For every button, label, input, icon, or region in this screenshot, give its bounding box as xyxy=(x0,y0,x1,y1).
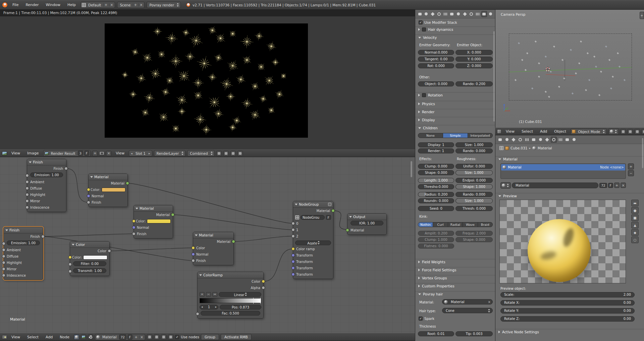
compositing-nodes-toggle[interactable] xyxy=(81,334,86,340)
use-modifier-stack-checkbox[interactable]: ✓ xyxy=(419,20,423,24)
scene-tab[interactable] xyxy=(511,137,517,143)
render-layers-tab[interactable] xyxy=(423,11,429,17)
input-socket[interactable] xyxy=(291,254,295,257)
input-socket[interactable] xyxy=(25,174,29,177)
number-field[interactable]: Freque: 2.000 xyxy=(455,231,493,236)
input-socket[interactable] xyxy=(291,222,295,225)
mode-dropdown[interactable]: Object Mode xyxy=(571,128,607,135)
preview-monkey-button[interactable]: ▲ xyxy=(631,222,639,228)
menu-view[interactable]: View xyxy=(9,334,23,340)
render-pass-dropdown[interactable]: Combined xyxy=(187,150,214,156)
node-editor-canvas[interactable]: Material FinishFinishEmission: 1.00Ambie… xyxy=(0,157,415,333)
flip-ramp-button[interactable]: ↔ xyxy=(212,292,217,297)
number-field[interactable]: Amplit: 0.200 xyxy=(418,231,454,236)
node-finish[interactable]: FinishFinishEmission: 1.00AmbientDiffuse… xyxy=(3,227,43,280)
input-socket[interactable] xyxy=(25,187,29,190)
panel-vertex-groups[interactable]: Vertex Groups xyxy=(415,275,495,281)
menu-select[interactable]: Select xyxy=(24,334,41,340)
input-socket[interactable] xyxy=(68,263,72,266)
node-header[interactable]: Material xyxy=(193,232,233,238)
scene-tab[interactable] xyxy=(430,11,435,17)
modifiers-tab[interactable] xyxy=(537,137,543,143)
shader-nodes-toggle[interactable] xyxy=(74,334,79,340)
object-data-tab[interactable] xyxy=(544,137,550,143)
output-socket[interactable] xyxy=(262,280,265,283)
number-field[interactable]: Unifor: 0.000 xyxy=(455,164,493,169)
manipulator-translate-toggle[interactable] xyxy=(628,129,633,134)
kink-mode-nothin[interactable]: Nothin xyxy=(418,222,433,227)
new-image-button[interactable]: + xyxy=(92,151,98,156)
node-material[interactable]: MaterialMaterialColorNormalFinish xyxy=(193,232,234,265)
preview-flat-button[interactable]: ▬ xyxy=(631,200,639,206)
input-socket[interactable] xyxy=(68,270,72,273)
texture-tab[interactable] xyxy=(475,11,481,17)
menu-file[interactable]: File xyxy=(10,2,21,8)
node-nodegroup[interactable]: NodeGroupMaterialNodeGrouF012AgateColor … xyxy=(293,201,333,279)
particle-properties-panel[interactable]: ✓Use Modifier StackHair dynamicsVelocity… xyxy=(415,10,495,341)
input-socket[interactable] xyxy=(291,234,295,238)
kink-mode-curl[interactable]: Curl xyxy=(433,222,448,227)
material-properties-panel[interactable]: Cube.031▸MaterialMaterialMaterialNode <n… xyxy=(495,135,644,341)
screen-layout-selector[interactable]: Default+× xyxy=(80,2,115,8)
editor-browse-icon[interactable] xyxy=(499,146,503,150)
menu-render[interactable]: Render xyxy=(23,2,41,8)
number-field[interactable]: Rando: 0.000 xyxy=(455,192,493,197)
value-slider[interactable]: Emission: 1.00 xyxy=(7,241,40,245)
number-field[interactable]: Seed: 0 xyxy=(418,206,454,211)
fake-user-button[interactable]: F xyxy=(84,151,89,156)
snap-toggle[interactable] xyxy=(161,334,166,340)
browse-layout-icon[interactable] xyxy=(82,3,86,7)
material-slot-item[interactable]: MaterialNode <none> xyxy=(501,164,625,170)
input-socket[interactable] xyxy=(291,247,295,251)
node-color[interactable]: ColorColorColor:Filter: 0.00Transmit: 1.… xyxy=(70,241,110,276)
menu-node[interactable]: Node xyxy=(57,334,72,340)
input-socket[interactable] xyxy=(291,266,295,270)
particles-tab[interactable] xyxy=(481,11,487,17)
input-socket[interactable] xyxy=(25,193,29,196)
region-expand-tab[interactable]: + xyxy=(640,12,644,19)
render-tab[interactable] xyxy=(417,11,423,17)
position-field[interactable]: Pos: 0.873 xyxy=(220,305,261,310)
node-header[interactable]: Finish xyxy=(27,159,66,165)
blender-logo-icon[interactable] xyxy=(2,2,8,8)
number-field[interactable]: Render: 1 xyxy=(418,148,454,153)
datablock-name[interactable]: NodeGrou xyxy=(301,215,325,220)
input-socket[interactable] xyxy=(25,180,29,184)
render-engine-dropdown[interactable]: Povray render xyxy=(147,2,181,8)
output-socket[interactable] xyxy=(108,249,111,253)
hair-material-selector[interactable]: Material× xyxy=(442,299,493,304)
new-material-button[interactable]: + xyxy=(614,183,620,188)
number-field[interactable]: Radius: 0.200 xyxy=(418,192,454,197)
output-socket[interactable] xyxy=(126,182,129,185)
ramp-handle[interactable] xyxy=(260,298,261,304)
material-slot-list[interactable]: MaterialNode <none> xyxy=(500,163,626,179)
output-socket[interactable] xyxy=(41,235,45,238)
panel-active-node-settings[interactable]: Active Node Settings xyxy=(495,329,644,335)
number-field[interactable]: Rot: 0.000 xyxy=(418,63,454,68)
children-mode-interpolated[interactable]: Interpolated xyxy=(468,133,493,138)
number-field[interactable]: Tip: 0.003 xyxy=(455,331,493,336)
node-colorramp[interactable]: ColorRampColorAlpha+−↔Linear◂1▸Pos: 0.87… xyxy=(197,272,264,319)
group-button[interactable]: Group xyxy=(201,334,219,340)
panel-physics[interactable]: Physics xyxy=(415,101,495,107)
input-socket[interactable] xyxy=(2,267,5,271)
panel-custom-properties[interactable]: Custom Properties xyxy=(415,283,495,289)
number-field[interactable]: Clump: 1.000 xyxy=(418,237,454,242)
panel-children[interactable]: Children xyxy=(415,125,495,131)
menu-view[interactable]: View xyxy=(9,150,23,156)
texture-tab[interactable] xyxy=(557,137,564,143)
material-tab[interactable] xyxy=(551,137,557,143)
number-field[interactable]: Thresho:0.000 xyxy=(418,184,454,189)
output-socket[interactable] xyxy=(331,209,335,212)
kink-mode-wave[interactable]: Wave xyxy=(463,222,478,227)
image-editor-canvas[interactable] xyxy=(0,16,415,149)
object-tab[interactable] xyxy=(443,11,448,17)
draw-alpha-toggle[interactable] xyxy=(230,151,236,156)
manipulator-rotate-toggle[interactable] xyxy=(635,129,640,134)
close-layout-button[interactable]: × xyxy=(109,3,114,7)
particle-props-scrollbar[interactable] xyxy=(493,31,495,122)
value-slider[interactable]: IOR: 1.00 xyxy=(351,221,383,225)
panel-force-field-settings[interactable]: Force Field Settings xyxy=(415,267,495,273)
overlap-toggle[interactable] xyxy=(168,334,173,340)
children-mode-none[interactable]: None xyxy=(418,133,443,138)
